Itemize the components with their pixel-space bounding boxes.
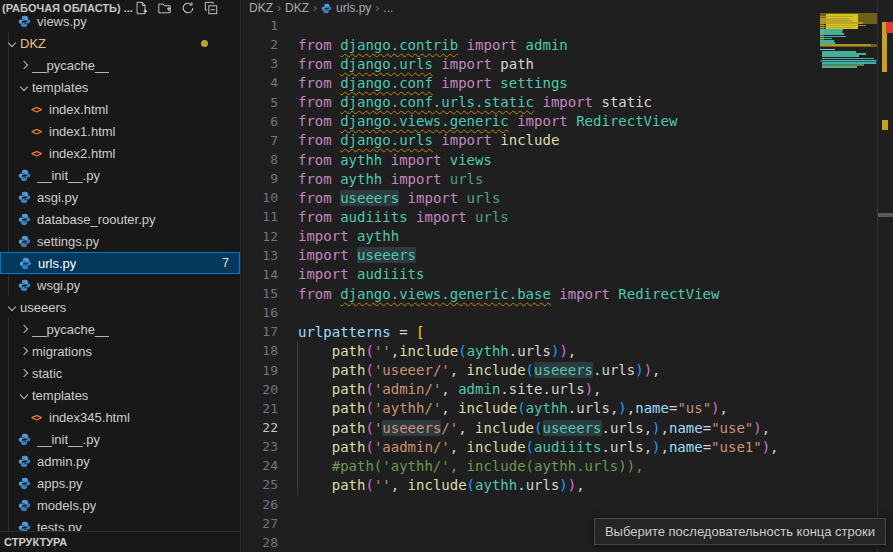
code-line-10[interactable]: 10from useeers import urls — [241, 188, 893, 207]
code-line-22[interactable]: 22 path('useeers/', include(useeers.urls… — [241, 418, 893, 437]
explorer-section-header[interactable]: (РАБОЧАЯ ОБЛАСТЬ) ... — [0, 0, 240, 15]
line-number[interactable]: 18 — [241, 343, 278, 358]
line-number[interactable]: 1 — [241, 18, 278, 33]
line-number[interactable]: 27 — [241, 516, 278, 531]
line-number[interactable]: 28 — [241, 535, 278, 550]
tree-folder-static[interactable]: static — [0, 362, 240, 384]
token: ) — [762, 439, 770, 455]
tree-folder-templates[interactable]: templates — [0, 384, 240, 406]
minimap[interactable] — [820, 0, 877, 552]
code-line-6[interactable]: 6from django.views.generic import Redire… — [241, 112, 893, 131]
line-number[interactable]: 17 — [241, 324, 278, 339]
refresh-icon[interactable] — [181, 1, 195, 15]
file-label: index1.html — [49, 124, 115, 139]
tree-file-settings-py[interactable]: settings.py — [0, 230, 240, 252]
code-line-14[interactable]: 14import audiiits — [241, 265, 893, 284]
tree-file-models-py[interactable]: models.py — [0, 494, 240, 516]
line-number[interactable]: 24 — [241, 458, 278, 473]
tree-folder-dkz[interactable]: DKZ — [0, 32, 240, 54]
ruler-warning-mark — [882, 120, 888, 130]
tree-file--init-py[interactable]: __init__.py — [0, 164, 240, 186]
line-number[interactable]: 10 — [241, 190, 278, 205]
line-number[interactable]: 25 — [241, 477, 278, 492]
code-line-13[interactable]: 13import useeers — [241, 246, 893, 265]
outline-section-header[interactable]: СТРУКТУРА — [0, 531, 240, 552]
tree-file-wsgi-py[interactable]: wsgi.py — [0, 274, 240, 296]
token: , — [770, 439, 778, 455]
line-number[interactable]: 12 — [241, 229, 278, 244]
tree-file-database-roouter-py[interactable]: database_roouter.py — [0, 208, 240, 230]
token: ( — [365, 381, 373, 397]
code-line-3[interactable]: 3from django.urls import path — [241, 54, 893, 73]
collapse-all-icon[interactable] — [204, 1, 218, 15]
tree-file-asgi-py[interactable]: asgi.py — [0, 186, 240, 208]
token: = — [391, 324, 416, 340]
tree-file--init-py[interactable]: __init__.py — [0, 428, 240, 450]
code-line-20[interactable]: 20 path('admin/', admin.site.urls), — [241, 380, 893, 399]
line-number[interactable]: 3 — [241, 56, 278, 71]
code-line-16[interactable]: 16 — [241, 303, 893, 322]
code-line-26[interactable]: 26 — [241, 495, 893, 514]
code-line-17[interactable]: 17urlpatterns = [ — [241, 322, 893, 341]
tree-folder-useeers[interactable]: useeers — [0, 296, 240, 318]
code-line-5[interactable]: 5from django.conf.urls.static import sta… — [241, 93, 893, 112]
line-number[interactable]: 5 — [241, 95, 278, 110]
line-number[interactable]: 23 — [241, 439, 278, 454]
tree-file-index-html[interactable]: <>index.html — [0, 98, 240, 120]
breadcrumb-item[interactable]: DKZ — [285, 1, 309, 15]
tree-file-admin-py[interactable]: admin.py — [0, 450, 240, 472]
line-number[interactable]: 22 — [241, 420, 278, 435]
line-number[interactable]: 20 — [241, 382, 278, 397]
line-number[interactable]: 8 — [241, 152, 278, 167]
code-line-11[interactable]: 11from audiiits import urls — [241, 207, 893, 226]
code-line-25[interactable]: 25 path('', include(aythh.urls)), — [241, 475, 893, 494]
tree-folder-templates[interactable]: templates — [0, 76, 240, 98]
tree-file-index345-html[interactable]: <>index345.html — [0, 406, 240, 428]
token: , — [568, 343, 576, 359]
new-file-icon[interactable] — [134, 1, 148, 15]
breadcrumb-item[interactable]: urls.py — [336, 1, 371, 15]
breadcrumb-item[interactable]: DKZ — [249, 1, 273, 15]
code-line-15[interactable]: 15from django.views.generic.base import … — [241, 284, 893, 303]
code-line-9[interactable]: 9from aythh import urls — [241, 169, 893, 188]
tree-file-apps-py[interactable]: apps.py — [0, 472, 240, 494]
code-line-7[interactable]: 7from django.urls import include — [241, 131, 893, 150]
tree-folder--pycache-[interactable]: __pycache__ — [0, 54, 240, 76]
code-line-1[interactable]: 1 — [241, 16, 893, 35]
line-number[interactable]: 9 — [241, 171, 278, 186]
file-label: __pycache__ — [32, 322, 109, 337]
code-line-12[interactable]: 12import aythh — [241, 227, 893, 246]
line-number[interactable]: 2 — [241, 37, 278, 52]
breadcrumb-item[interactable]: ... — [383, 1, 393, 15]
code-line-8[interactable]: 8from aythh import views — [241, 150, 893, 169]
code-line-18[interactable]: 18 path('',include(aythh.urls)), — [241, 341, 893, 360]
tree-file-urls-py[interactable]: urls.py7 — [0, 252, 240, 274]
code-line-19[interactable]: 19 path('useeer/', include(useeers.urls)… — [241, 361, 893, 380]
token: urls — [467, 190, 501, 206]
line-number[interactable]: 14 — [241, 267, 278, 282]
code-line-23[interactable]: 23 path('aadmin/', include(audiiits.urls… — [241, 437, 893, 456]
line-number[interactable]: 16 — [241, 305, 278, 320]
line-number[interactable]: 19 — [241, 363, 278, 378]
line-number[interactable]: 4 — [241, 75, 278, 90]
new-folder-icon[interactable] — [157, 1, 172, 15]
line-number[interactable]: 21 — [241, 401, 278, 416]
tree-file-index2-html[interactable]: <>index2.html — [0, 142, 240, 164]
code-line-21[interactable]: 21 path('aythh/', include(aythh.urls,),n… — [241, 399, 893, 418]
file-label: database_roouter.py — [37, 212, 156, 227]
code-line-4[interactable]: 4from django.conf import settings — [241, 73, 893, 92]
line-number[interactable]: 6 — [241, 114, 278, 129]
tree-folder-migrations[interactable]: migrations — [0, 340, 240, 362]
line-number[interactable]: 26 — [241, 497, 278, 512]
token: import — [298, 228, 357, 244]
code-line-2[interactable]: 2from django.contrib import admin — [241, 35, 893, 54]
tree-file-index1-html[interactable]: <>index1.html — [0, 120, 240, 142]
line-number[interactable]: 7 — [241, 133, 278, 148]
tree-folder--pycache-[interactable]: __pycache__ — [0, 318, 240, 340]
code-line-24[interactable]: 24 #path('aythh/', include(aythh.urls)), — [241, 456, 893, 475]
line-number[interactable]: 15 — [241, 286, 278, 301]
line-number[interactable]: 11 — [241, 209, 278, 224]
python-file-icon — [16, 13, 32, 29]
token: from — [298, 171, 340, 187]
line-number[interactable]: 13 — [241, 248, 278, 263]
